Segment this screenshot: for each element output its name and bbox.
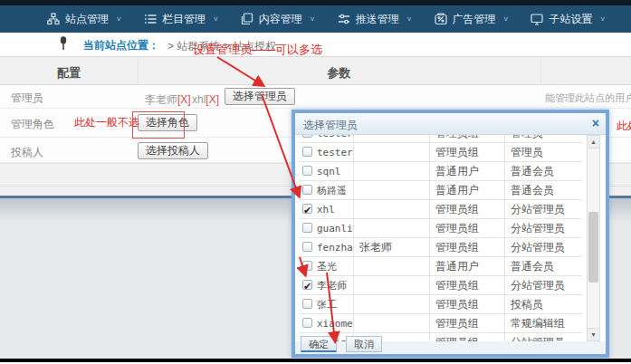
row-checkbox[interactable] — [302, 204, 312, 214]
scroll-up-icon[interactable]: ▲ — [588, 136, 599, 148]
nav-item-content-management[interactable]: 内容管理 ∨ — [241, 12, 316, 27]
row-checkbox[interactable] — [302, 261, 312, 271]
username-text: guanli — [317, 223, 353, 235]
cell-realname — [354, 143, 430, 162]
row-checkbox[interactable] — [302, 299, 312, 309]
nav-item-push-management[interactable]: 推送管理 ∨ — [338, 12, 413, 27]
cell-role: 普通会员 — [505, 162, 582, 181]
admin-list-row[interactable]: 杨路遥 普通用户 普通会员 — [299, 181, 582, 200]
modal-footer: 确定 取消 — [295, 341, 606, 354]
annotation-not-select: 此处一般不选 — [74, 115, 139, 130]
cell-username: 李老师 — [299, 276, 354, 295]
cell-group: 管理员组 — [430, 200, 505, 219]
cell-username: tester2 — [299, 143, 354, 162]
admin-list-row[interactable]: guanli 管理员组 分站管理员 — [299, 219, 582, 238]
row-checkbox[interactable] — [302, 185, 312, 195]
admin-list-row[interactable]: tester2 管理员组 管理员 — [299, 143, 582, 162]
cell-username: tester1 — [299, 135, 354, 143]
row-checkbox[interactable] — [302, 135, 312, 138]
nav-label: 广告管理 — [453, 12, 496, 27]
cell-role: 分站管理员 — [505, 219, 582, 238]
cell-username: 张工 — [299, 295, 354, 314]
scrollbar-thumb[interactable] — [588, 212, 598, 283]
annotation-set-admin: 设置管理员——可以多选 — [193, 42, 322, 58]
admin-list-row[interactable]: xhl 管理员组 分站管理员 — [299, 200, 582, 219]
main-navbar: 站点管理 ∨ 栏目管理 ∨ 内容管理 ∨ 推送管理 ∨ 广告管理 ∨ 子站设置 … — [0, 5, 631, 33]
username-text: 李老师 — [317, 280, 347, 292]
select-admin-button[interactable]: 选择管理员 — [225, 88, 295, 105]
admin-list-row[interactable]: xiaomeng 管理员组 常规编辑组 — [299, 314, 582, 333]
admin-list-row[interactable]: sqnl 普通用户 普通会员 — [299, 162, 582, 181]
row-label: 管理角色 — [11, 117, 54, 132]
ok-button[interactable]: 确定 — [301, 336, 337, 352]
cell-group: 管理员组 — [430, 135, 505, 143]
monitor-icon — [531, 13, 543, 25]
cell-realname — [354, 162, 430, 181]
username-text: sqnl — [317, 166, 341, 177]
screenshot-bottom-border — [0, 359, 631, 362]
chevron-down-icon: ∨ — [406, 15, 413, 23]
cell-role: 投稿员 — [505, 295, 582, 314]
cell-group: 管理员组 — [430, 238, 505, 257]
column-header-params: 参数 — [138, 65, 540, 81]
admin-list: tester1 管理员组 管理员 tester2 管理员组 管理员 sqnl 普… — [299, 135, 583, 341]
nav-item-site-management[interactable]: 站点管理 ∨ — [47, 12, 122, 27]
username-text: 圣光 — [317, 261, 337, 273]
nav-label: 子站设置 — [549, 12, 592, 27]
table-row-admin: 管理员 李老师[X] xhl[X] 选择管理员 能管理此站点的用户,所选之 — [0, 85, 631, 109]
cell-username: xhl — [299, 200, 354, 219]
cell-username: xiaomeng — [299, 314, 354, 333]
row-checkbox[interactable] — [302, 223, 312, 233]
row-checkbox[interactable] — [302, 318, 312, 328]
config-table-header: 配置 参数 — [0, 56, 631, 85]
admin-list-row[interactable]: fenzhan 张老师 管理员组 分站管理员 — [299, 238, 582, 257]
cell-username: 杨路遥 — [299, 181, 354, 200]
cell-realname — [354, 135, 430, 143]
row-label: 管理员 — [11, 91, 43, 106]
nav-label: 站点管理 — [65, 12, 109, 27]
row-checkbox[interactable] — [302, 147, 312, 157]
annotation-highlight-box — [132, 111, 185, 139]
scroll-down-icon[interactable]: ▼ — [588, 328, 599, 340]
annotation-clipped: 此处 — [617, 119, 631, 134]
cell-role: 管理员 — [505, 135, 582, 143]
cell-realname — [354, 219, 430, 238]
row-checkbox[interactable] — [302, 242, 312, 252]
nav-item-subsite-settings[interactable]: 子站设置 ∨ — [531, 12, 606, 27]
cancel-button[interactable]: 取消 — [346, 336, 382, 352]
megaphone-icon — [435, 13, 447, 25]
admin-list-row[interactable]: 张工 管理员组 投稿员 — [299, 295, 582, 314]
cell-realname — [354, 276, 430, 295]
column-header-config: 配置 — [0, 65, 138, 81]
username-text: tester2 — [317, 147, 354, 158]
row-checkbox[interactable] — [302, 280, 312, 290]
cell-group: 管理员组 — [430, 219, 505, 238]
nav-label: 内容管理 — [259, 12, 302, 27]
scrollbar[interactable]: ▲ ▼ — [587, 135, 600, 341]
sitemap-icon — [47, 13, 60, 25]
admin-chip-name: 李老师 — [145, 93, 177, 106]
nav-item-column-management[interactable]: 栏目管理 ∨ — [144, 12, 219, 27]
cell-realname — [354, 257, 430, 276]
cell-group: 普通用户 — [430, 181, 505, 200]
admin-list-row[interactable]: nitin 管理员组 分站管理员 — [299, 333, 582, 341]
nav-label: 推送管理 — [356, 12, 399, 27]
close-icon[interactable]: × — [592, 116, 599, 130]
modal-title: 选择管理员 — [303, 118, 358, 133]
cell-group: 管理员组 — [430, 333, 505, 341]
username-text: fenzhan — [317, 242, 354, 254]
cell-role: 管理员 — [505, 143, 582, 162]
cell-realname — [354, 314, 430, 333]
modal-title-bar[interactable]: 选择管理员 × — [295, 113, 606, 135]
row-checkbox[interactable] — [302, 166, 312, 176]
admin-list-row[interactable]: 圣光 普通用户 普通会员 — [299, 257, 582, 276]
admin-list-row[interactable]: tester1 管理员组 管理员 — [299, 135, 582, 143]
cell-role: 普通会员 — [505, 181, 582, 200]
nav-item-ad-management[interactable]: 广告管理 ∨ — [435, 12, 510, 27]
chevron-down-icon: ∨ — [213, 15, 219, 23]
remove-admin-link[interactable]: [X] — [206, 93, 219, 106]
remove-admin-link[interactable]: [X] — [177, 93, 191, 106]
select-contributor-button[interactable]: 选择投稿人 — [138, 142, 208, 159]
sliders-icon — [338, 13, 350, 25]
admin-list-row[interactable]: 李老师 管理员组 分站管理员 — [299, 276, 582, 295]
